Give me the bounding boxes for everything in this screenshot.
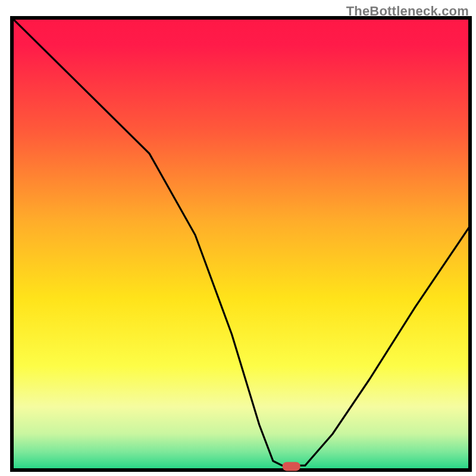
bottleneck-plot [0,0,476,476]
chart-container: TheBottleneck.com [0,0,476,476]
minimum-marker [283,462,300,471]
